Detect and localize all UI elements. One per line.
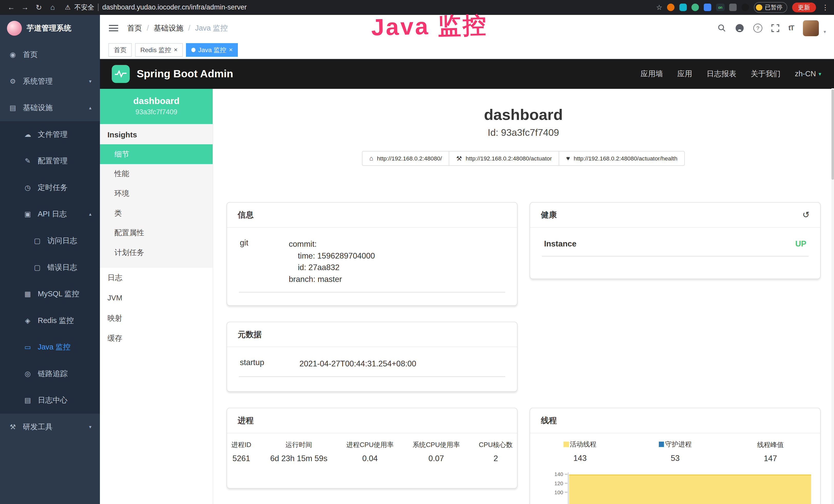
sba-item-classes[interactable]: 类 bbox=[100, 203, 213, 223]
hamburger-icon[interactable] bbox=[108, 23, 119, 33]
instance-header[interactable]: dashboard 93a3fc7f7409 bbox=[100, 89, 213, 124]
sba-item-details[interactable]: 细节 bbox=[100, 144, 213, 164]
browser-reload-button[interactable]: ↻ bbox=[33, 3, 45, 12]
sba-item-logs[interactable]: 日志 bbox=[100, 268, 213, 288]
sba-item-mappings[interactable]: 映射 bbox=[100, 308, 213, 328]
sidebar-item-label: Redis 监控 bbox=[38, 316, 74, 326]
tab-redis-monitor[interactable]: Redis 监控 × bbox=[135, 43, 183, 57]
chrome-update-button[interactable]: 更新 bbox=[792, 3, 816, 12]
app-title: 芋道管理系统 bbox=[27, 23, 71, 33]
threads-chart: 140 120 100 bbox=[530, 471, 820, 504]
sidebar-item-error-logs[interactable]: ▢ 错误日志 bbox=[0, 254, 100, 281]
sidebar-item-system-mgmt[interactable]: ⚙ 系统管理 ▾ bbox=[0, 68, 100, 95]
extension-grid-icon[interactable] bbox=[704, 4, 711, 11]
language-label: zh-CN bbox=[795, 70, 816, 78]
sba-item-scheduledtasks[interactable]: 计划任务 bbox=[100, 243, 213, 263]
cards-left-column: 信息 git commit: time: 1596289704000 id: 2… bbox=[226, 202, 518, 504]
sba-item-jvm[interactable]: JVM bbox=[100, 288, 213, 308]
sidebar-item-label: 首页 bbox=[23, 49, 38, 60]
database-icon: ▦ bbox=[23, 290, 32, 298]
fullscreen-icon[interactable] bbox=[771, 24, 779, 32]
sba-nav-wallboard[interactable]: 应用墙 bbox=[641, 69, 663, 79]
instance-id: 93a3fc7f7409 bbox=[100, 108, 213, 116]
extension-gray-icon[interactable] bbox=[729, 4, 737, 11]
sidebar-item-label: 日志中心 bbox=[38, 395, 68, 406]
user-avatar[interactable] bbox=[803, 20, 819, 36]
sidebar-item-api-logs[interactable]: ▣ API 日志 ▴ bbox=[0, 201, 100, 228]
sidebar-item-config-mgmt[interactable]: ✎ 配置管理 bbox=[0, 148, 100, 175]
sba-item-environment[interactable]: 环境 bbox=[100, 184, 213, 204]
sidebar-item-label: 基础设施 bbox=[23, 103, 53, 113]
language-selector[interactable]: zh-CN ▾ bbox=[795, 70, 821, 78]
sba-logo-icon[interactable] bbox=[112, 65, 130, 83]
cards-right-column: 健康 ↺ Instance UP bbox=[530, 202, 821, 504]
metadata-card-title: 元数据 bbox=[227, 322, 517, 347]
sba-item-metrics[interactable]: 性能 bbox=[100, 164, 213, 184]
close-icon[interactable]: × bbox=[174, 47, 178, 53]
instance-name: dashboard bbox=[100, 96, 213, 106]
browser-menu-icon[interactable]: ⋮ bbox=[822, 3, 829, 12]
health-instance-row: Instance UP bbox=[542, 236, 809, 256]
scrollbar-thumb[interactable] bbox=[831, 89, 834, 180]
logo-avatar-image bbox=[7, 21, 22, 36]
sba-nav-journal[interactable]: 日志报表 bbox=[707, 69, 737, 79]
actuator-url-button[interactable]: ⚒ http://192.168.0.2:48080/actuator bbox=[449, 151, 559, 166]
browser-forward-button[interactable]: → bbox=[19, 3, 31, 12]
sidebar-item-redis-monitor[interactable]: ◈ Redis 监控 bbox=[0, 307, 100, 334]
history-icon[interactable]: ↺ bbox=[803, 210, 810, 220]
sidebar-item-log-center[interactable]: ▤ 日志中心 bbox=[0, 387, 100, 414]
sidebar-item-scheduled-jobs[interactable]: ◷ 定时任务 bbox=[0, 174, 100, 201]
sidebar-item-mysql-monitor[interactable]: ▦ MySQL 监控 bbox=[0, 281, 100, 307]
sidebar-item-file-mgmt[interactable]: ☁ 文件管理 bbox=[0, 121, 100, 148]
extension-teal-icon[interactable] bbox=[679, 4, 687, 11]
browser-home-button[interactable]: ⌂ bbox=[47, 3, 59, 12]
sidebar-item-tracing[interactable]: ◎ 链路追踪 bbox=[0, 361, 100, 387]
chart-plot-area bbox=[568, 473, 811, 504]
sba-nav-about[interactable]: 关于我们 bbox=[751, 69, 781, 79]
avatar-caret-icon: ▾ bbox=[824, 29, 826, 36]
search-icon[interactable] bbox=[718, 24, 726, 32]
cloud-icon: ☁ bbox=[23, 131, 32, 139]
scrollbar-track[interactable] bbox=[831, 88, 834, 504]
breadcrumb-home[interactable]: 首页 bbox=[127, 23, 142, 33]
sba-item-configprops[interactable]: 配置属性 bbox=[100, 223, 213, 243]
app-logo[interactable]: 芋道管理系统 bbox=[0, 15, 100, 42]
sidebar-item-java-monitor[interactable]: ▭ Java 监控 bbox=[0, 334, 100, 361]
bookmark-star-icon[interactable]: ☆ bbox=[656, 3, 662, 12]
address-divider bbox=[98, 4, 98, 11]
tab-java-monitor[interactable]: Java 监控 × bbox=[186, 43, 238, 57]
sidebar-item-label: 访问日志 bbox=[47, 236, 77, 246]
info-card-title: 信息 bbox=[227, 203, 517, 228]
breadcrumb-separator: / bbox=[188, 24, 190, 32]
actuator-url-label: http://192.168.0.2:48080/actuator bbox=[466, 155, 552, 162]
breadcrumb-infrastructure[interactable]: 基础设施 bbox=[154, 23, 183, 33]
tab-home[interactable]: 首页 bbox=[108, 43, 132, 57]
browser-back-button[interactable]: ← bbox=[5, 3, 17, 12]
sba-nav-applications[interactable]: 应用 bbox=[677, 69, 692, 79]
sidebar-item-infrastructure[interactable]: ▤ 基础设施 ▴ bbox=[0, 95, 100, 121]
close-icon[interactable]: × bbox=[229, 47, 233, 53]
profile-paused-chip[interactable]: 已暂停 bbox=[754, 2, 787, 13]
service-url-button[interactable]: ⌂ http://192.168.0.2:48080/ bbox=[362, 151, 449, 166]
sidebar-item-home[interactable]: ◉ 首页 bbox=[0, 42, 100, 68]
help-icon[interactable]: ? bbox=[753, 24, 762, 32]
app-frame: 芋道管理系统 ◉ 首页 ⚙ 系统管理 ▾ ▤ 基础设施 ▴ ☁ 文件管理 bbox=[0, 15, 834, 504]
extension-vue-icon[interactable] bbox=[692, 4, 699, 11]
sidebar-item-dev-tools[interactable]: ⚒ 研发工具 ▾ bbox=[0, 414, 100, 440]
extension-orange-icon[interactable] bbox=[667, 4, 675, 11]
sba-item-caches[interactable]: 缓存 bbox=[100, 328, 213, 349]
breadcrumb-current: Java 监控 bbox=[195, 23, 227, 33]
live-threads-area-series bbox=[569, 475, 811, 504]
github-icon[interactable] bbox=[735, 24, 744, 32]
sidebar-item-access-logs[interactable]: ▢ 访问日志 bbox=[0, 228, 100, 254]
process-card: 进程 进程ID 5261 运行时间 6d 23h 15m 5 bbox=[226, 408, 518, 488]
extension-pin-icon[interactable] bbox=[742, 4, 749, 11]
font-size-icon[interactable]: tT bbox=[788, 24, 794, 32]
health-url-button[interactable]: ♥ http://192.168.0.2:48080/actuator/heal… bbox=[559, 151, 685, 166]
threads-card: 线程 活动线程 143 守护进程 53 bbox=[530, 408, 821, 504]
url-text[interactable]: dashboard.yudao.iocoder.cn/infra/admin-s… bbox=[102, 3, 247, 11]
security-label[interactable]: 不安全 bbox=[74, 3, 94, 12]
address-bar[interactable]: ⚠ 不安全 dashboard.yudao.iocoder.cn/infra/a… bbox=[65, 3, 247, 12]
health-instance-label: Instance bbox=[544, 239, 576, 249]
extension-on-badge-icon[interactable]: on bbox=[716, 4, 725, 11]
